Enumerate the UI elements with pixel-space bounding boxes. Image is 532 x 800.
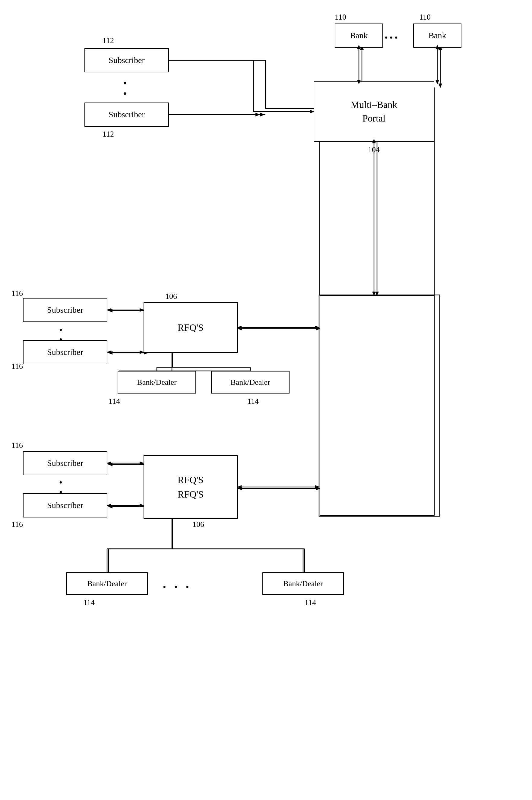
label-110-right: 110 bbox=[419, 13, 431, 22]
label-116-1: 116 bbox=[12, 289, 23, 298]
svg-marker-65 bbox=[107, 308, 111, 312]
dots-between-banks: ••• bbox=[384, 33, 400, 43]
label-114-2: 114 bbox=[247, 397, 259, 406]
bankdealer2-box: Bank/Dealer bbox=[211, 371, 289, 394]
bank2-top-box: Bank bbox=[413, 23, 461, 47]
connection-lines bbox=[0, 0, 532, 800]
svg-marker-13 bbox=[375, 291, 379, 296]
bankdealer1-box: Bank/Dealer bbox=[118, 371, 196, 394]
svg-marker-68 bbox=[107, 350, 111, 354]
svg-marker-17 bbox=[316, 327, 320, 330]
rfqs1-box: RFQ'S bbox=[144, 302, 238, 353]
label-114-4: 114 bbox=[305, 598, 316, 607]
label-112-top2: 112 bbox=[102, 130, 114, 139]
svg-marker-23 bbox=[108, 351, 113, 355]
arrows-overlay bbox=[0, 0, 532, 800]
bankdealer3-box: Bank/Dealer bbox=[66, 572, 148, 595]
subscriber2-top-box: Subscriber bbox=[84, 102, 169, 127]
svg-marker-38 bbox=[238, 487, 242, 490]
subscriber6-box: Subscriber bbox=[23, 493, 107, 517]
label-114-3: 114 bbox=[83, 598, 95, 607]
svg-marker-62 bbox=[315, 326, 320, 329]
svg-marker-82 bbox=[237, 485, 242, 489]
svg-marker-18 bbox=[238, 327, 242, 330]
label-116-2: 116 bbox=[12, 362, 23, 371]
label-112-top1: 112 bbox=[102, 36, 114, 45]
svg-marker-75 bbox=[107, 461, 111, 465]
bankdealer4-box: Bank/Dealer bbox=[262, 572, 344, 595]
label-116-4: 116 bbox=[12, 520, 23, 529]
subscriber4-box: Subscriber bbox=[23, 340, 107, 364]
multibank-portal-box: Multi–BankPortal bbox=[314, 81, 434, 142]
svg-marker-5 bbox=[260, 113, 265, 116]
label-114-1: 114 bbox=[109, 397, 120, 406]
label-104: 104 bbox=[368, 145, 380, 154]
bank1-top-box: Bank bbox=[335, 23, 383, 47]
label-106-2: 106 bbox=[192, 520, 204, 529]
subscriber3-box: Subscriber bbox=[23, 298, 107, 322]
label-110-left: 110 bbox=[335, 13, 346, 22]
svg-marker-50 bbox=[255, 113, 260, 116]
svg-marker-20 bbox=[108, 309, 113, 312]
label-106-1: 106 bbox=[165, 292, 177, 301]
svg-marker-81 bbox=[315, 485, 320, 489]
dots-bottom-dealers: • • • bbox=[163, 582, 192, 592]
svg-marker-31 bbox=[108, 462, 113, 466]
subscriber1-top-box: Subscriber bbox=[84, 48, 169, 72]
svg-marker-34 bbox=[108, 505, 113, 509]
diagram: 112 Subscriber • • • Subscriber 112 110 … bbox=[0, 0, 532, 800]
svg-marker-63 bbox=[237, 326, 242, 329]
label-116-3: 116 bbox=[12, 441, 23, 450]
subscriber5-box: Subscriber bbox=[23, 451, 107, 475]
svg-marker-58 bbox=[372, 291, 376, 296]
svg-marker-78 bbox=[107, 503, 111, 507]
svg-marker-10 bbox=[438, 83, 442, 88]
svg-rect-60 bbox=[319, 295, 440, 516]
svg-marker-55 bbox=[436, 80, 439, 84]
rfqs2-box: RFQ'SRFQ'S bbox=[144, 455, 238, 519]
svg-marker-37 bbox=[316, 487, 320, 490]
